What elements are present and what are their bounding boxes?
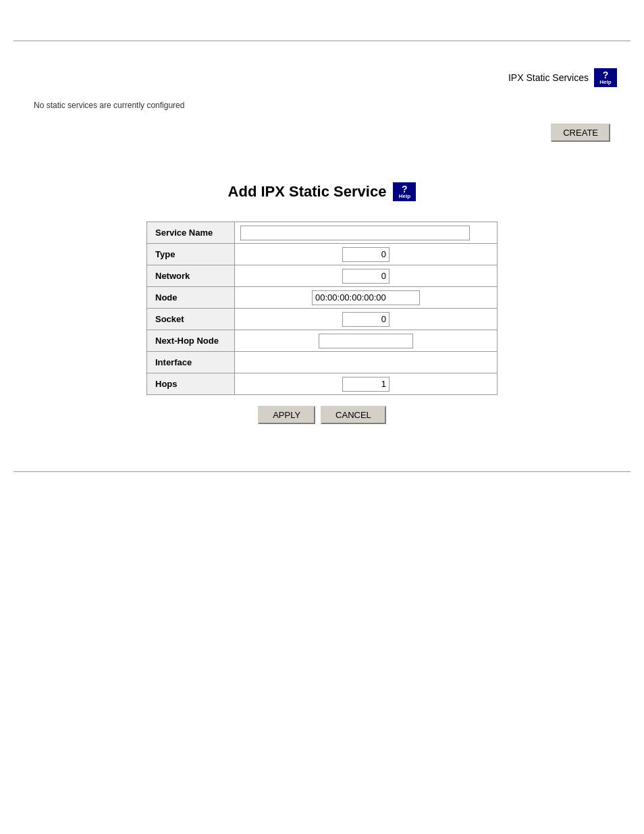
ipx-help-button[interactable]: ? Help	[594, 68, 617, 87]
next-hop-node-label: Next-Hop Node	[147, 330, 235, 352]
service-name-input[interactable]	[240, 226, 470, 240]
table-row: Service Name	[147, 222, 498, 244]
add-ipx-help-label: Help	[399, 194, 410, 199]
socket-input[interactable]	[342, 312, 390, 327]
network-label: Network	[147, 265, 235, 287]
table-row: Interface	[147, 352, 498, 373]
hops-input[interactable]	[342, 377, 390, 392]
table-row: Socket	[147, 309, 498, 330]
no-services-text: No static services are currently configu…	[34, 101, 617, 110]
service-name-cell	[235, 222, 498, 244]
table-row: Network	[147, 265, 498, 287]
next-hop-node-input[interactable]	[319, 334, 413, 348]
node-label: Node	[147, 287, 235, 309]
apply-button[interactable]: APPLY	[258, 406, 315, 424]
service-name-label: Service Name	[147, 222, 235, 244]
bottom-divider	[14, 471, 630, 472]
add-ipx-help-q: ?	[402, 184, 408, 194]
form-container: Service Name Type Network	[146, 221, 498, 424]
network-input[interactable]	[342, 269, 390, 284]
ipx-static-services-title: IPX Static Services	[508, 72, 589, 83]
interface-cell	[235, 352, 498, 373]
node-input[interactable]	[312, 290, 420, 305]
hops-label: Hops	[147, 373, 235, 395]
type-input[interactable]	[342, 247, 390, 262]
table-row: Hops	[147, 373, 498, 395]
add-ipx-section: Add IPX Static Service ? Help Service Na…	[0, 155, 644, 444]
hops-cell	[235, 373, 498, 395]
table-row: Node	[147, 287, 498, 309]
interface-label: Interface	[147, 352, 235, 373]
type-cell	[235, 244, 498, 265]
node-cell	[235, 287, 498, 309]
next-hop-node-cell	[235, 330, 498, 352]
create-button[interactable]: CREATE	[551, 124, 610, 142]
table-row: Type	[147, 244, 498, 265]
ipx-static-services-section: IPX Static Services ? Help No static ser…	[0, 41, 644, 155]
button-row: APPLY CANCEL	[146, 406, 498, 424]
type-label: Type	[147, 244, 235, 265]
network-cell	[235, 265, 498, 287]
add-ipx-title-row: Add IPX Static Service ? Help	[27, 182, 617, 201]
ipx-help-label: Help	[599, 80, 611, 85]
table-row: Next-Hop Node	[147, 330, 498, 352]
socket-cell	[235, 309, 498, 330]
ipx-help-q: ?	[603, 70, 609, 80]
create-btn-row: CREATE	[27, 124, 617, 142]
cancel-button[interactable]: CANCEL	[321, 406, 386, 424]
socket-label: Socket	[147, 309, 235, 330]
form-table: Service Name Type Network	[146, 221, 498, 395]
ipx-title-row: IPX Static Services ? Help	[27, 68, 617, 87]
add-ipx-title: Add IPX Static Service	[228, 183, 387, 201]
add-ipx-help-button[interactable]: ? Help	[393, 182, 416, 201]
